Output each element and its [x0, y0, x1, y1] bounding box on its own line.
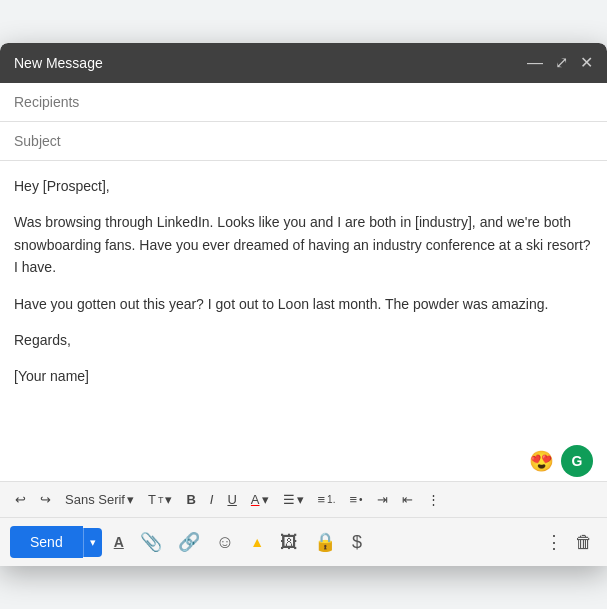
align-selector[interactable]: ☰ ▾ [278, 489, 309, 510]
body-line-1: Hey [Prospect], [14, 175, 593, 197]
window-controls: — ⤢ ✕ [527, 55, 593, 71]
bottom-left-actions: Send ▾ A 📎 🔗 ☺ ▲ 🖼 [10, 526, 366, 558]
ordered-list-button[interactable]: ≡ 1. [313, 488, 341, 511]
bold-button[interactable]: B [181, 488, 200, 511]
body-line-4: Regards, [14, 329, 593, 351]
user-avatar[interactable]: G [561, 445, 593, 477]
attach-file-button[interactable]: 📎 [136, 527, 166, 557]
more-formatting-button[interactable]: ⋮ [422, 488, 445, 511]
recipients-row [0, 83, 607, 122]
title-bar: New Message — ⤢ ✕ [0, 43, 607, 83]
subject-input[interactable] [14, 133, 593, 149]
emoji-reaction[interactable]: 😍 [525, 445, 557, 477]
send-button[interactable]: Send [10, 526, 83, 558]
italic-button[interactable]: I [205, 488, 219, 511]
insert-photo-button[interactable]: 🖼 [276, 528, 302, 557]
discard-button[interactable]: 🗑 [571, 528, 597, 557]
avatar-row: 😍 G [0, 441, 607, 481]
insert-signature-button[interactable]: $ [348, 528, 366, 557]
message-body[interactable]: Hey [Prospect], Was browsing through Lin… [0, 161, 607, 441]
insert-emoji-button[interactable]: ☺ [212, 528, 238, 557]
expand-button[interactable]: ⤢ [555, 55, 568, 71]
font-size-selector[interactable]: T T ▾ [143, 489, 177, 510]
underline-button[interactable]: U [222, 488, 241, 511]
bottom-bar: Send ▾ A 📎 🔗 ☺ ▲ 🖼 [0, 517, 607, 566]
send-dropdown-button[interactable]: ▾ [83, 528, 102, 557]
bottom-right-actions: ⋮ 🗑 [541, 527, 597, 557]
minimize-button[interactable]: — [527, 55, 543, 71]
insert-link-button[interactable]: 🔗 [174, 527, 204, 557]
text-formatting-button[interactable]: A [110, 530, 128, 554]
subject-row [0, 122, 607, 161]
more-options-button[interactable]: ⋮ [541, 527, 567, 557]
outdent-button[interactable]: ⇤ [397, 488, 418, 511]
confidential-mode-button[interactable]: 🔒 [310, 527, 340, 557]
formatting-toolbar: ↩ ↪ Sans Serif ▾ T T ▾ B I U A ▾ ☰ ▾ ≡ 1… [0, 481, 607, 517]
undo-button[interactable]: ↩ [10, 488, 31, 511]
window-title: New Message [14, 55, 103, 71]
body-line-5: [Your name] [14, 365, 593, 387]
compose-window: New Message — ⤢ ✕ Hey [Prospect], Was br… [0, 43, 607, 566]
body-line-2: Was browsing through LinkedIn. Looks lik… [14, 211, 593, 278]
recipients-input[interactable] [14, 94, 593, 110]
body-line-3: Have you gotten out this year? I got out… [14, 293, 593, 315]
google-drive-button[interactable]: ▲ [246, 530, 268, 554]
close-button[interactable]: ✕ [580, 55, 593, 71]
send-group: Send ▾ [10, 526, 102, 558]
indent-button[interactable]: ⇥ [372, 488, 393, 511]
font-family-selector[interactable]: Sans Serif ▾ [60, 489, 139, 510]
unordered-list-button[interactable]: ≡ • [344, 488, 367, 511]
redo-button[interactable]: ↪ [35, 488, 56, 511]
font-color-selector[interactable]: A ▾ [246, 489, 274, 510]
